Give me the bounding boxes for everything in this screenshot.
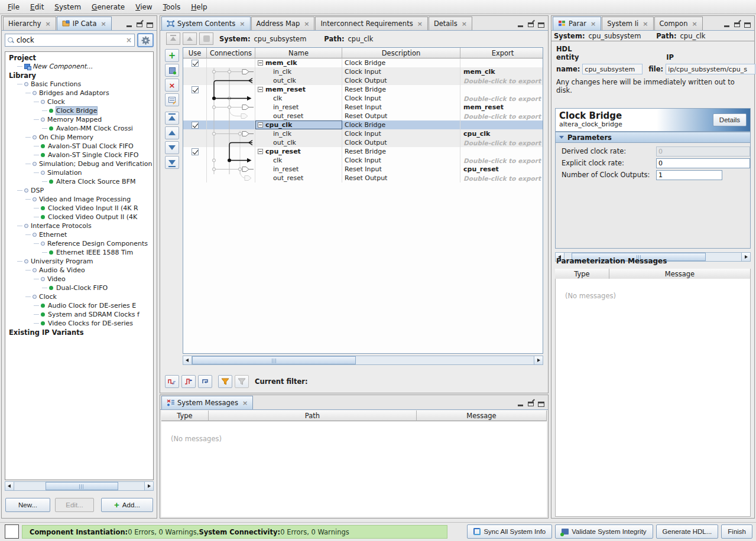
tree-item-dsp[interactable]: DSP <box>5 186 153 195</box>
table-row-out_reset[interactable]: out_resetReset OutputDouble-click to exp… <box>183 112 543 120</box>
menu-edit[interactable]: Edit <box>25 1 49 13</box>
tree-item-bridges-and-adaptors[interactable]: Bridges and Adaptors <box>5 89 153 97</box>
use-checkbox[interactable] <box>192 60 199 67</box>
tab-interconnect-requirements[interactable]: Interconnect Requirements× <box>315 17 427 30</box>
export-cell[interactable] <box>460 120 543 129</box>
export-cell[interactable]: mem_clk <box>460 67 543 76</box>
table-row-in_clk[interactable]: in_clkClock Inputmem_clk <box>183 67 543 76</box>
tree-item-video-clocks-for-de-series[interactable]: Video Clocks for DE-series <box>5 319 153 328</box>
connections-cell[interactable] <box>207 120 255 129</box>
tree-item-clock[interactable]: Clock <box>5 292 153 301</box>
connections-cell[interactable] <box>207 174 255 182</box>
collapse-box-icon[interactable] <box>258 60 263 66</box>
tree-item-clocked-video-input-ii-4k-r[interactable]: Clocked Video Input II (4K R <box>5 204 153 213</box>
column-header-type[interactable]: Type <box>161 410 209 421</box>
name-cell[interactable]: clk <box>255 156 342 165</box>
float-icon[interactable] <box>137 22 142 27</box>
tree-item-clock-bridge[interactable]: Clock Bridge <box>5 106 153 115</box>
tree-item-reference-design-components[interactable]: Reference Design Components <box>5 239 153 248</box>
connections-cell[interactable] <box>207 67 255 76</box>
tree-expander-icon[interactable] <box>41 277 45 281</box>
column-header-connections[interactable]: Connections <box>207 48 255 58</box>
export-cell[interactable]: cpu_reset <box>460 165 543 174</box>
maximize-icon[interactable] <box>538 22 544 28</box>
tree-expander-icon[interactable] <box>33 197 37 201</box>
tree-item-on-chip-memory[interactable]: On Chip Memory <box>5 133 153 142</box>
column-header-path[interactable]: Path <box>209 410 417 421</box>
tab-address-map[interactable]: Address Map× <box>251 17 315 30</box>
minimize-icon[interactable] <box>518 401 524 407</box>
export-cell[interactable]: Double-click to export <box>460 174 543 182</box>
tab-hierarchy[interactable]: Hierarchy× <box>3 17 56 30</box>
tree-item-video[interactable]: Video <box>5 275 153 283</box>
tree-item-dual-clock-fifo[interactable]: Dual-Clock FIFO <box>5 283 153 292</box>
hdl-entity-name-field[interactable] <box>582 64 643 74</box>
close-icon[interactable]: × <box>641 20 648 28</box>
new-button[interactable]: New... <box>5 498 50 512</box>
parameter-input-derived-clock-rate[interactable] <box>656 146 750 157</box>
tree-expander-icon[interactable] <box>33 135 37 139</box>
tree-item-simulation-debug-and-verification[interactable]: Simulation; Debug and Verification <box>5 159 153 168</box>
tab-parar[interactable]: Parar× <box>553 17 601 30</box>
name-cell[interactable]: out_clk <box>255 76 342 85</box>
collapse-box-icon[interactable] <box>258 122 263 128</box>
column-header-export[interactable]: Export <box>460 48 543 58</box>
parameter-input-explicit-clock-rate[interactable] <box>656 158 750 168</box>
edit-button[interactable]: Edit... <box>55 498 94 512</box>
name-cell[interactable]: cpu_clk <box>255 120 342 129</box>
scroll-left-icon[interactable] <box>5 482 14 490</box>
use-checkbox[interactable] <box>192 122 199 129</box>
close-icon[interactable]: × <box>99 20 106 28</box>
clear-filter-button[interactable] <box>235 375 249 388</box>
move-up-hierarchy-button[interactable] <box>166 32 180 45</box>
parameters-section-header[interactable]: Parameters <box>556 132 750 143</box>
tree-item-basic-functions[interactable]: Basic Functions <box>5 80 153 89</box>
tree-item-system-and-sdram-clocks-f[interactable]: System and SDRAM Clocks f <box>5 310 153 319</box>
tree-item-memory-mapped[interactable]: Memory Mapped <box>5 115 153 124</box>
table-row-out_clk[interactable]: out_clkClock OutputDouble-click to expor… <box>183 138 543 147</box>
export-cell[interactable]: Double-click to export <box>460 156 543 165</box>
column-header-message[interactable]: Message <box>417 410 547 421</box>
tree-expander-icon[interactable] <box>24 188 28 193</box>
float-icon[interactable] <box>528 22 534 27</box>
export-cell[interactable]: cpu_clk <box>460 129 543 138</box>
export-cell[interactable] <box>460 85 543 94</box>
name-cell[interactable]: out_reset <box>255 174 342 182</box>
tree-item-avalon-st-dual-clock-fifo[interactable]: Avalon-ST Dual Clock FIFO <box>5 142 153 151</box>
close-icon[interactable]: × <box>460 20 467 28</box>
clear-search-icon[interactable]: × <box>126 36 132 44</box>
connections-cell[interactable] <box>207 165 255 174</box>
catalog-settings-button[interactable] <box>137 33 154 47</box>
parameter-input-number-of-clock-outputs[interactable] <box>656 170 722 180</box>
name-cell[interactable]: mem_clk <box>255 58 342 67</box>
tree-item-clock[interactable]: Clock <box>5 97 153 106</box>
connections-cell[interactable] <box>207 147 255 156</box>
tab-system-messages[interactable]: System Messages× <box>161 396 253 409</box>
tab-compon[interactable]: Compon× <box>654 17 703 30</box>
table-row-clk[interactable]: clkClock InputDouble-click to export <box>183 94 543 103</box>
add-button[interactable]: +Add... <box>101 498 153 512</box>
tab-details[interactable]: Details× <box>429 17 472 30</box>
collapse-box-icon[interactable] <box>258 87 263 92</box>
connections-cell[interactable] <box>207 112 255 120</box>
search-box[interactable]: × <box>5 34 135 47</box>
table-row-mem_clk[interactable]: mem_clkClock Bridge <box>183 58 543 67</box>
show-reset-crossings-button[interactable] <box>181 375 196 388</box>
tree-item-clocked-video-output-ii-4k[interactable]: Clocked Video Output II (4K <box>5 213 153 221</box>
tree-expander-icon[interactable] <box>33 91 37 95</box>
scroll-right-icon[interactable] <box>144 482 153 490</box>
name-cell[interactable]: in_reset <box>255 103 342 112</box>
collapse-box-icon[interactable] <box>258 149 263 154</box>
close-icon[interactable]: × <box>44 20 51 28</box>
connections-cell[interactable] <box>207 103 255 112</box>
tree-item-library[interactable]: Library <box>5 71 153 80</box>
column-header-message[interactable]: Message <box>609 269 751 279</box>
menu-file[interactable]: File <box>2 1 25 13</box>
maximize-icon[interactable] <box>147 22 153 28</box>
name-cell[interactable]: cpu_reset <box>255 147 342 156</box>
contents-horizontal-scrollbar[interactable] <box>183 356 543 365</box>
export-cell[interactable]: mem_reset <box>460 103 543 112</box>
connections-cell[interactable] <box>207 76 255 85</box>
menu-system[interactable]: System <box>49 1 86 13</box>
maximize-icon[interactable] <box>744 22 751 28</box>
